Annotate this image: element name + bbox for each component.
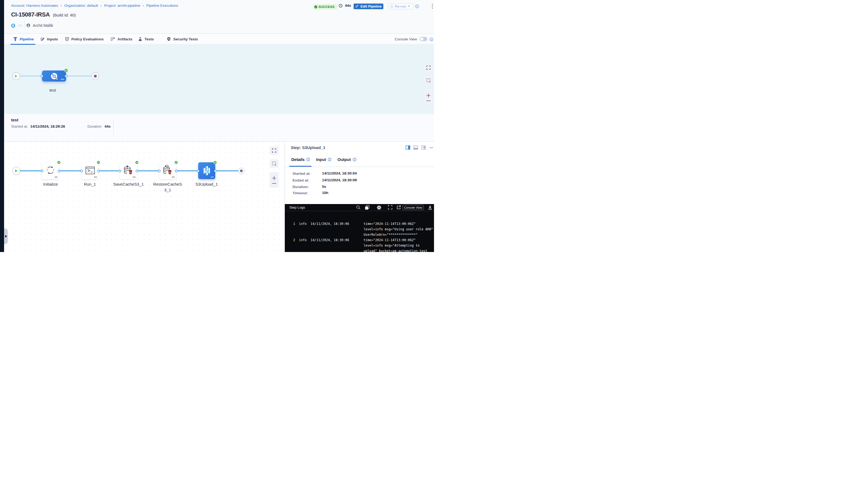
pipeline-stage-canvas[interactable]: </> test <box>4 45 434 114</box>
layout-right-view-icon[interactable] <box>405 145 410 150</box>
step-details-panel: Step: S3Upload_1 Details Input Output <box>285 141 434 252</box>
step-panel-title: Step: S3Upload_1 <box>291 145 326 150</box>
step-success-badge <box>135 161 138 164</box>
edge <box>215 170 238 171</box>
step-node-run-1[interactable]: </> <box>82 162 99 179</box>
run-terminal-icon <box>85 167 95 174</box>
page-title: CI-15087-IRSA <box>11 11 50 18</box>
log-open-new-tab-icon[interactable] <box>396 205 401 210</box>
security-shield-icon <box>167 37 171 41</box>
sidebar-expand-handle[interactable] <box>4 229 8 244</box>
log-fullscreen-icon[interactable] <box>388 205 392 210</box>
tab-pipeline[interactable]: Pipeline <box>13 33 34 44</box>
console-view-toggle[interactable] <box>420 37 427 41</box>
zoom-in-icon[interactable] <box>272 176 277 180</box>
step-canvas-zoom-control <box>270 172 279 188</box>
step-node-restorecache[interactable]: </> <box>159 162 176 179</box>
trigger-user-name: Archit Mallik <box>33 23 53 28</box>
step-label-line: RestoreCacheS <box>153 182 182 187</box>
stage-canvas-select-button[interactable] <box>424 76 433 85</box>
step-label-savecache[interactable]: SaveCacheS3_1 <box>107 181 150 187</box>
pipeline-end-node[interactable] <box>92 72 99 80</box>
user-avatar-icon <box>27 23 30 27</box>
pipeline-start-node[interactable] <box>12 72 20 80</box>
log-console-view-button[interactable]: Console View <box>403 205 424 210</box>
panel-tab-details[interactable]: Details <box>291 157 310 162</box>
rerun-button[interactable]: Re-run <box>388 3 414 9</box>
zoom-out-icon[interactable] <box>426 100 431 101</box>
stage-canvas-fullscreen-button[interactable] <box>424 63 433 72</box>
tab-tests[interactable]: Tests <box>138 33 154 44</box>
layout-float-view-icon[interactable] <box>421 145 426 150</box>
rerun-label: Re-run <box>395 4 406 8</box>
log-settings-icon[interactable] <box>376 205 382 210</box>
layout-bottom-view-icon[interactable] <box>413 145 418 150</box>
log-download-icon[interactable] <box>428 205 432 210</box>
collapse-panel-icon[interactable] <box>430 147 433 148</box>
step-logs-title: Step Logs <box>289 205 306 210</box>
log-line-2-text: level=info msg="Attempting to <box>364 244 420 248</box>
log-line-2-text: time="2024-11-14T13:00:06Z" <box>364 238 416 242</box>
started-at-label: Started at: <box>11 124 28 129</box>
stage-node-label[interactable]: test <box>41 88 65 92</box>
step-label-s3upload[interactable]: S3Upload_1 <box>185 181 228 187</box>
policy-shield-icon <box>65 37 69 41</box>
port <box>41 170 43 172</box>
step-node-s3upload[interactable]: </> <box>198 162 215 179</box>
step-node-initialize[interactable]: </> <box>42 162 59 179</box>
pipeline-icon <box>13 37 17 41</box>
step-canvas-fullscreen-button[interactable] <box>270 146 279 155</box>
step-node-savecache[interactable]: </> <box>120 162 137 179</box>
info-icon[interactable] <box>353 158 356 161</box>
step-logs-header: Step Logs <box>285 204 434 211</box>
zoom-out-icon[interactable] <box>272 183 277 184</box>
detail-value-timeout: 10h <box>322 191 328 195</box>
status-badge: SUCCESS <box>313 4 337 10</box>
step-logs-body[interactable]: 1 info 14/11/2024, 18:30:06 time="2024-1… <box>285 211 434 252</box>
detail-label-ended: Ended at: <box>293 178 309 182</box>
module-pill <box>18 24 23 27</box>
info-icon[interactable] <box>415 4 419 8</box>
step-label-initialize[interactable]: Initialize <box>29 181 72 187</box>
restore-cache-icon <box>162 165 173 176</box>
ci-stage-icon <box>48 70 60 82</box>
yaml-code-badge: </> <box>211 176 214 178</box>
log-copy-icon[interactable] <box>365 205 370 210</box>
play-icon <box>14 74 18 78</box>
panel-tab-label: Output <box>338 157 351 162</box>
left-nav-rail[interactable] <box>0 0 4 252</box>
panel-tab-output[interactable]: Output <box>338 157 356 162</box>
edit-pipeline-button[interactable]: Edit Pipeline <box>354 3 383 9</box>
step-end-node[interactable] <box>238 168 245 174</box>
step-start-node[interactable] <box>12 167 21 175</box>
log-search-icon[interactable] <box>356 205 361 210</box>
stage-canvas-zoom-control <box>424 89 433 105</box>
panel-tab-rule <box>285 167 434 167</box>
step-canvas-select-button[interactable] <box>270 159 279 168</box>
edge <box>137 170 159 171</box>
info-icon[interactable] <box>328 158 331 161</box>
tab-inputs[interactable]: Inputs <box>40 33 58 44</box>
tab-artifacts[interactable]: Artifacts <box>111 33 132 44</box>
tab-policy-evaluations[interactable]: Policy Evaluations <box>65 33 104 44</box>
step-label-run-1[interactable]: Run_1 <box>68 181 112 187</box>
stage-port-out <box>65 75 68 78</box>
step-label-restorecache[interactable]: RestoreCacheS3_1 <box>146 181 189 193</box>
console-view-label: Console View <box>395 37 417 41</box>
stage-node-test[interactable]: </> <box>42 70 66 82</box>
yaml-code-badge: </> <box>94 176 97 178</box>
rerun-icon <box>390 4 394 8</box>
log-line-1-meta: 1 info 14/11/2024, 18:30:06 <box>293 222 349 226</box>
panel-tab-input[interactable]: Input <box>316 157 332 162</box>
tab-label: Pipeline <box>20 37 34 41</box>
port <box>58 170 60 172</box>
port <box>80 170 83 172</box>
log-line-1-text: level=info msg="Using user role ARN" <box>364 227 433 231</box>
kebab-menu-icon[interactable] <box>432 4 433 9</box>
build-id: (Build Id: 40) <box>53 13 76 17</box>
tab-security-tests[interactable]: Security Tests <box>167 33 198 44</box>
step-graph-canvas[interactable]: </> </> <box>4 141 285 252</box>
zoom-in-icon[interactable] <box>426 93 431 98</box>
info-icon[interactable] <box>430 38 433 41</box>
info-icon[interactable] <box>307 158 310 161</box>
